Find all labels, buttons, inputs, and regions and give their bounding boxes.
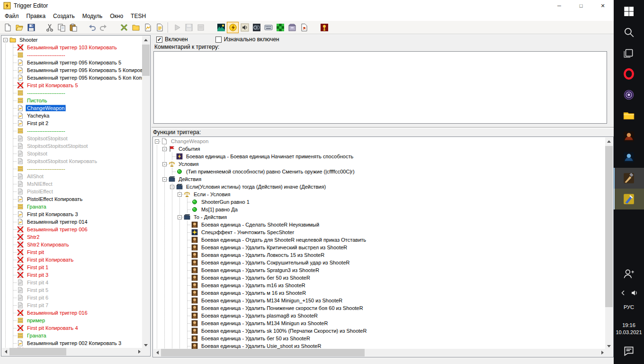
paste-button[interactable] [67,22,79,33]
campaign-editor-button[interactable] [262,22,274,33]
copy-button[interactable] [55,22,67,33]
function-line[interactable]: Ms[1] равно Да [153,206,606,213]
trigger-tree-vscrollbar[interactable] [142,36,150,349]
trigger-item[interactable]: First pit Копировать 4 [2,324,143,332]
initially-on-checkbox[interactable]: Изначально включен [215,36,279,43]
object-editor-button[interactable] [250,22,262,33]
trigger-item[interactable]: Безымянный триггер 002 Копировать 3 [2,339,143,347]
scroll-left-button[interactable] [153,349,161,356]
import-manager-button[interactable] [298,22,310,33]
test-map-button[interactable] [318,22,330,33]
trigger-item[interactable]: First pit Копировать 3 [2,210,143,218]
function-line[interactable]: Боевая единица - Сделать ShooteR Неуязви… [153,221,606,228]
function-line[interactable]: -Если(Условия истины) тогда (Действия) и… [153,183,606,191]
trigger-item[interactable]: пример [2,317,143,324]
scroll-thumb[interactable] [9,348,66,355]
function-tree-hscrollbar[interactable] [153,349,606,356]
enabled-checkbox-box[interactable]: ✓ [156,36,162,43]
hidden-icons-chevron[interactable] [619,289,627,297]
function-line[interactable]: Боевая единица - Удалить plasmag8 из Sho… [153,312,606,319]
trigger-item[interactable]: First pit 7 [2,301,143,309]
ai-editor-button[interactable] [274,22,286,33]
expand-collapse-toggle[interactable]: - [178,215,182,219]
function-line[interactable]: -То - Действия [153,213,606,221]
volume-icon[interactable] [630,289,639,297]
sound-editor-button[interactable] [239,22,250,33]
language-indicator[interactable]: РУС [614,304,644,310]
scroll-up-button[interactable] [605,137,613,145]
function-line[interactable]: Боевая единица - Боевая единица Начинает… [153,153,606,160]
new-category-button[interactable] [130,22,142,33]
function-line[interactable]: Боевая единица - Удалить M134 Minigun из… [153,319,606,327]
trigger-item[interactable]: Безымянный триггер 006 [2,226,143,233]
taskbar-world-editor-active-button[interactable] [614,189,644,209]
trigger-item[interactable]: Пистоль [2,97,143,104]
function-line[interactable]: Боевая единица - Удалить sk 100% (Перчат… [153,327,606,335]
debug-button[interactable] [195,22,206,33]
function-line[interactable]: Боевая единица - Удалить Spratgun3 из Sh… [153,266,606,274]
trigger-item[interactable]: -Shooter [2,36,143,44]
function-line[interactable]: Боевая единица - Удалить Критический выс… [153,244,606,251]
function-line[interactable]: ShooterGun равно 1 [153,198,606,206]
trigger-item[interactable]: First pit Копировать 5 [2,82,143,89]
run-trigger-button[interactable] [171,22,183,33]
trigger-item[interactable]: Shtr2 Копировать [2,241,143,248]
trigger-item[interactable]: MsNIEffect [2,180,143,188]
expand-collapse-toggle[interactable]: - [162,177,167,182]
trigger-editor-button[interactable] [227,22,239,33]
menu-tesh[interactable]: TESH [127,12,150,20]
expand-collapse-toggle[interactable]: - [3,38,8,42]
taskbar-browser-button[interactable] [614,84,644,105]
new-comment-button[interactable] [153,22,165,33]
trigger-item[interactable]: PistolEffect Копировать [2,195,143,203]
redo-button[interactable] [98,22,109,33]
taskbar-search-button[interactable] [614,22,644,43]
minimize-button[interactable]: ─ [548,0,570,11]
trigger-tree-hscrollbar[interactable] [2,348,143,355]
menu-module[interactable]: Модуль [79,12,107,20]
trigger-item[interactable]: Безымянный триггер 016 [2,309,143,317]
new-trigger-button[interactable] [142,22,153,33]
function-line[interactable]: Боевая единица - Удалить Сокрушительный … [153,259,606,266]
taskbar-task-view-button[interactable] [614,43,644,64]
trigger-item[interactable]: ---------------------- [2,51,143,59]
close-button[interactable]: ✕ [592,0,614,11]
maximize-button[interactable]: □ [570,0,592,11]
function-line[interactable]: Боевая единица - Удалить m16 из ShooteR [153,282,606,289]
enabled-checkbox[interactable]: ✓ Включен [156,36,188,43]
trigger-item[interactable]: Yacheyka [2,112,143,119]
trigger-item[interactable]: First pit [2,248,143,256]
function-line[interactable]: Боевая единица - Удалить бег 50 из Shoot… [153,335,606,342]
trigger-item[interactable]: ---------------------- [2,127,143,135]
undo-button[interactable] [86,22,98,33]
function-line[interactable]: Боевая единица - Удалить м 16 из ShooteR [153,289,606,297]
trigger-item[interactable]: Безымянный триггер 014 [2,218,143,226]
trigger-item[interactable]: Безымянный триггер 103 Копировать [2,44,143,51]
function-line[interactable]: (Тип применяемой способности) равно Смен… [153,168,606,175]
trigger-item[interactable]: Безымянный триггер 095 Копировать 5 Копи… [2,66,143,74]
taskbar-start-button[interactable] [614,1,644,22]
trigger-comment-input[interactable] [153,51,607,124]
trigger-item[interactable]: First pit 3 [2,271,143,279]
scroll-thumb[interactable] [142,45,150,76]
scroll-up-button[interactable] [142,36,150,44]
expand-collapse-toggle[interactable]: - [162,162,167,166]
function-line[interactable]: Боевая единица - Отдать для ShooteR неце… [153,236,606,244]
clock[interactable]: 19:16 10.03.2021 [614,322,644,336]
save-and-run-button[interactable] [183,22,195,33]
save-map-button[interactable] [25,22,37,33]
object-manager-button[interactable] [286,22,298,33]
menu-window[interactable]: Окно [106,12,127,20]
trigger-item[interactable]: Граната [2,203,143,210]
scroll-thumb[interactable] [605,146,613,307]
menu-edit[interactable]: Правка [23,12,50,20]
function-line[interactable]: -Если - Условия [153,191,606,198]
trigger-item[interactable]: First pit 4 [2,279,143,286]
action-center-button[interactable] [614,342,644,360]
function-line[interactable]: Боевая единица - Удалить Понижение скоро… [153,304,606,312]
expand-collapse-toggle[interactable]: - [170,185,174,189]
function-line[interactable]: Спецэффект - Уничтожить SpecShoter [153,228,606,236]
taskbar-warcraft-3-button[interactable] [614,126,644,147]
trigger-item[interactable]: Граната [2,332,143,339]
menu-file[interactable]: Файл [1,12,23,20]
